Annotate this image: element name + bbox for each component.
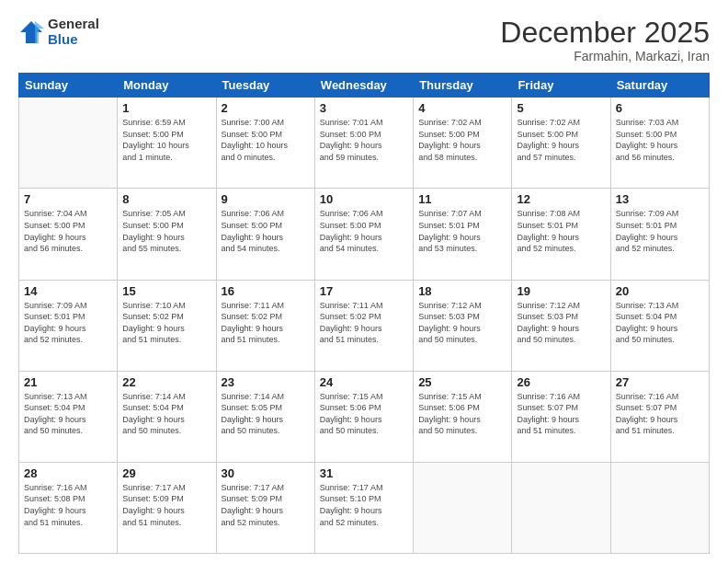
day-header-saturday: Saturday <box>610 74 709 98</box>
calendar-cell <box>19 98 118 189</box>
cell-day-number: 16 <box>222 284 310 298</box>
calendar-cell: 2Sunrise: 7:00 AM Sunset: 5:00 PM Daylig… <box>216 98 314 189</box>
calendar-cell: 25Sunrise: 7:15 AM Sunset: 5:06 PM Dayli… <box>414 371 512 462</box>
cell-day-number: 27 <box>616 375 704 389</box>
cell-info: Sunrise: 6:59 AM Sunset: 5:00 PM Dayligh… <box>122 117 210 163</box>
calendar-cell: 1Sunrise: 6:59 AM Sunset: 5:00 PM Daylig… <box>118 98 216 189</box>
calendar-cell <box>512 462 610 553</box>
logo-general-text: General <box>48 17 99 32</box>
day-header-sunday: Sunday <box>19 74 118 98</box>
cell-day-number: 25 <box>418 375 506 389</box>
logo-blue-text: Blue <box>48 32 99 48</box>
cell-info: Sunrise: 7:11 AM Sunset: 5:02 PM Dayligh… <box>222 300 310 346</box>
logo-text: General Blue <box>48 17 99 47</box>
cell-day-number: 14 <box>24 284 112 298</box>
cell-info: Sunrise: 7:15 AM Sunset: 5:06 PM Dayligh… <box>320 391 408 437</box>
cell-day-number: 29 <box>122 466 210 480</box>
cell-info: Sunrise: 7:16 AM Sunset: 5:07 PM Dayligh… <box>616 391 704 437</box>
calendar-body: 1Sunrise: 6:59 AM Sunset: 5:00 PM Daylig… <box>19 98 710 554</box>
calendar-cell: 21Sunrise: 7:13 AM Sunset: 5:04 PM Dayli… <box>19 371 118 462</box>
cell-day-number: 30 <box>222 466 310 480</box>
title-section: December 2025 Farmahin, Markazi, Iran <box>500 17 710 63</box>
cell-info: Sunrise: 7:06 AM Sunset: 5:00 PM Dayligh… <box>320 208 408 254</box>
cell-info: Sunrise: 7:17 AM Sunset: 5:09 PM Dayligh… <box>222 482 310 528</box>
calendar-cell: 23Sunrise: 7:14 AM Sunset: 5:05 PM Dayli… <box>216 371 314 462</box>
calendar-cell: 27Sunrise: 7:16 AM Sunset: 5:07 PM Dayli… <box>610 371 709 462</box>
logo-icon <box>18 19 44 45</box>
day-header-tuesday: Tuesday <box>216 74 314 98</box>
cell-info: Sunrise: 7:09 AM Sunset: 5:01 PM Dayligh… <box>24 300 112 346</box>
calendar-week-1: 7Sunrise: 7:04 AM Sunset: 5:00 PM Daylig… <box>19 189 710 280</box>
calendar-cell: 6Sunrise: 7:03 AM Sunset: 5:00 PM Daylig… <box>610 98 709 189</box>
cell-info: Sunrise: 7:12 AM Sunset: 5:03 PM Dayligh… <box>517 300 605 346</box>
cell-day-number: 13 <box>616 192 704 206</box>
cell-day-number: 3 <box>320 101 408 115</box>
calendar-cell: 7Sunrise: 7:04 AM Sunset: 5:00 PM Daylig… <box>19 189 118 280</box>
calendar-cell: 15Sunrise: 7:10 AM Sunset: 5:02 PM Dayli… <box>118 280 216 371</box>
cell-day-number: 2 <box>222 101 310 115</box>
cell-day-number: 28 <box>24 466 112 480</box>
cell-day-number: 10 <box>320 192 408 206</box>
calendar-week-4: 28Sunrise: 7:16 AM Sunset: 5:08 PM Dayli… <box>19 462 710 553</box>
calendar-week-0: 1Sunrise: 6:59 AM Sunset: 5:00 PM Daylig… <box>19 98 710 189</box>
cell-info: Sunrise: 7:13 AM Sunset: 5:04 PM Dayligh… <box>24 391 112 437</box>
cell-day-number: 18 <box>418 284 506 298</box>
calendar-cell: 29Sunrise: 7:17 AM Sunset: 5:09 PM Dayli… <box>118 462 216 553</box>
day-header-monday: Monday <box>118 74 216 98</box>
calendar-cell: 24Sunrise: 7:15 AM Sunset: 5:06 PM Dayli… <box>314 371 413 462</box>
cell-info: Sunrise: 7:11 AM Sunset: 5:02 PM Dayligh… <box>320 300 408 346</box>
cell-day-number: 8 <box>122 192 210 206</box>
calendar-cell: 22Sunrise: 7:14 AM Sunset: 5:04 PM Dayli… <box>118 371 216 462</box>
calendar-cell: 11Sunrise: 7:07 AM Sunset: 5:01 PM Dayli… <box>414 189 512 280</box>
cell-info: Sunrise: 7:17 AM Sunset: 5:09 PM Dayligh… <box>122 482 210 528</box>
calendar-cell: 30Sunrise: 7:17 AM Sunset: 5:09 PM Dayli… <box>216 462 314 553</box>
calendar-cell: 10Sunrise: 7:06 AM Sunset: 5:00 PM Dayli… <box>314 189 413 280</box>
day-header-wednesday: Wednesday <box>314 74 413 98</box>
cell-info: Sunrise: 7:16 AM Sunset: 5:08 PM Dayligh… <box>24 482 112 528</box>
cell-day-number: 31 <box>320 466 408 480</box>
day-header-friday: Friday <box>512 74 610 98</box>
cell-day-number: 15 <box>122 284 210 298</box>
cell-info: Sunrise: 7:12 AM Sunset: 5:03 PM Dayligh… <box>418 300 506 346</box>
cell-info: Sunrise: 7:10 AM Sunset: 5:02 PM Dayligh… <box>122 300 210 346</box>
cell-day-number: 23 <box>222 375 310 389</box>
cell-info: Sunrise: 7:14 AM Sunset: 5:05 PM Dayligh… <box>222 391 310 437</box>
cell-info: Sunrise: 7:01 AM Sunset: 5:00 PM Dayligh… <box>320 117 408 163</box>
calendar-cell: 20Sunrise: 7:13 AM Sunset: 5:04 PM Dayli… <box>610 280 709 371</box>
cell-info: Sunrise: 7:17 AM Sunset: 5:10 PM Dayligh… <box>320 482 408 528</box>
calendar-cell: 17Sunrise: 7:11 AM Sunset: 5:02 PM Dayli… <box>314 280 413 371</box>
calendar-week-3: 21Sunrise: 7:13 AM Sunset: 5:04 PM Dayli… <box>19 371 710 462</box>
cell-day-number: 22 <box>122 375 210 389</box>
cell-info: Sunrise: 7:16 AM Sunset: 5:07 PM Dayligh… <box>517 391 605 437</box>
cell-day-number: 17 <box>320 284 408 298</box>
calendar-cell: 26Sunrise: 7:16 AM Sunset: 5:07 PM Dayli… <box>512 371 610 462</box>
calendar-cell <box>414 462 512 553</box>
cell-day-number: 12 <box>517 192 605 206</box>
cell-day-number: 11 <box>418 192 506 206</box>
cell-day-number: 26 <box>517 375 605 389</box>
calendar-cell: 4Sunrise: 7:02 AM Sunset: 5:00 PM Daylig… <box>414 98 512 189</box>
cell-day-number: 5 <box>517 101 605 115</box>
calendar-cell: 12Sunrise: 7:08 AM Sunset: 5:01 PM Dayli… <box>512 189 610 280</box>
day-header-thursday: Thursday <box>414 74 512 98</box>
cell-info: Sunrise: 7:05 AM Sunset: 5:00 PM Dayligh… <box>122 208 210 254</box>
calendar-cell: 13Sunrise: 7:09 AM Sunset: 5:01 PM Dayli… <box>610 189 709 280</box>
cell-info: Sunrise: 7:03 AM Sunset: 5:00 PM Dayligh… <box>616 117 704 163</box>
cell-info: Sunrise: 7:04 AM Sunset: 5:00 PM Dayligh… <box>24 208 112 254</box>
month-title: December 2025 <box>500 17 710 49</box>
cell-day-number: 6 <box>616 101 704 115</box>
cell-day-number: 19 <box>517 284 605 298</box>
page: General Blue December 2025 Farmahin, Mar… <box>0 0 728 563</box>
cell-info: Sunrise: 7:06 AM Sunset: 5:00 PM Dayligh… <box>222 208 310 254</box>
calendar-cell: 14Sunrise: 7:09 AM Sunset: 5:01 PM Dayli… <box>19 280 118 371</box>
cell-info: Sunrise: 7:02 AM Sunset: 5:00 PM Dayligh… <box>517 117 605 163</box>
cell-info: Sunrise: 7:00 AM Sunset: 5:00 PM Dayligh… <box>222 117 310 163</box>
cell-info: Sunrise: 7:09 AM Sunset: 5:01 PM Dayligh… <box>616 208 704 254</box>
calendar-cell: 19Sunrise: 7:12 AM Sunset: 5:03 PM Dayli… <box>512 280 610 371</box>
calendar-cell: 16Sunrise: 7:11 AM Sunset: 5:02 PM Dayli… <box>216 280 314 371</box>
cell-day-number: 4 <box>418 101 506 115</box>
calendar-cell <box>610 462 709 553</box>
day-headers-row: SundayMondayTuesdayWednesdayThursdayFrid… <box>19 74 710 98</box>
calendar-cell: 5Sunrise: 7:02 AM Sunset: 5:00 PM Daylig… <box>512 98 610 189</box>
cell-day-number: 1 <box>122 101 210 115</box>
